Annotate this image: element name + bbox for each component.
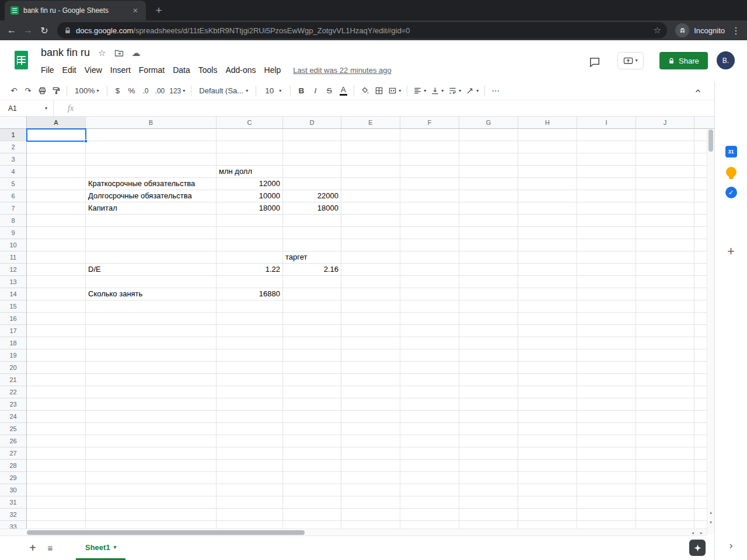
cell-A5[interactable] [27,178,86,190]
cell-H3[interactable] [518,153,577,166]
menu-file[interactable]: File [37,64,58,76]
cell-A31[interactable] [27,496,86,509]
cell-B24[interactable] [86,411,217,423]
cell-D31[interactable] [283,496,341,509]
cell-C16[interactable] [217,313,283,325]
cell-F25[interactable] [400,423,459,435]
borders-button[interactable] [372,84,386,98]
menu-view[interactable]: View [81,64,106,76]
cell-F7[interactable] [400,202,459,215]
cell-E12[interactable] [341,264,400,276]
cell-E15[interactable] [341,300,400,313]
menu-tools[interactable]: Tools [194,64,222,76]
strikethrough-button[interactable]: S [322,84,336,98]
browser-tab[interactable]: bank fin ru - Google Sheets × [5,1,146,20]
cell-I32[interactable] [577,509,636,521]
cell-G16[interactable] [459,313,518,325]
cell-C1[interactable] [217,129,283,141]
decrease-decimals-button[interactable]: .0 [139,84,153,98]
cell-B4[interactable] [86,166,217,178]
cell-H13[interactable] [518,276,577,288]
comment-history-icon[interactable] [587,55,602,70]
cell-J11[interactable] [636,251,694,264]
new-tab-button[interactable]: + [151,2,167,19]
row-header-31[interactable]: 31 [0,496,27,509]
cell-G25[interactable] [459,423,518,435]
cell-G22[interactable] [459,386,518,398]
cell-H16[interactable] [518,313,577,325]
column-header-b[interactable]: B [86,117,217,129]
cell-I10[interactable] [577,239,636,251]
cell-C10[interactable] [217,239,283,251]
cell-G21[interactable] [459,374,518,386]
cell-J21[interactable] [636,374,694,386]
cell-G10[interactable] [459,239,518,251]
cell-J32[interactable] [636,509,694,521]
cell-E24[interactable] [341,411,400,423]
cell-B18[interactable] [86,337,217,349]
cell-B32[interactable] [86,509,217,521]
cell-C26[interactable] [217,435,283,447]
cell-H7[interactable] [518,202,577,215]
cell-J19[interactable] [636,349,694,362]
cell-D29[interactable] [283,472,341,484]
cell-C6[interactable]: 10000 [217,190,283,202]
cell-E28[interactable] [341,460,400,472]
cell-C29[interactable] [217,472,283,484]
cell-B14[interactable]: Сколько занять [86,288,217,300]
cell-C20[interactable] [217,362,283,374]
row-header-1[interactable]: 1 [0,129,27,141]
cell-C27[interactable] [217,447,283,460]
print-button[interactable] [35,84,49,98]
menu-format[interactable]: Format [135,64,169,76]
cell-I26[interactable] [577,435,636,447]
cell-I29[interactable] [577,472,636,484]
cell-E1[interactable] [341,129,400,141]
cell-J2[interactable] [636,141,694,153]
font-size-dropdown[interactable]: 10▾ [260,84,287,98]
cell-D23[interactable] [283,398,341,411]
cell-H9[interactable] [518,227,577,239]
cell-D15[interactable] [283,300,341,313]
cell-I4[interactable] [577,166,636,178]
redo-button[interactable]: ↷ [21,84,35,98]
row-header-9[interactable]: 9 [0,227,27,239]
cell-G6[interactable] [459,190,518,202]
cell-I13[interactable] [577,276,636,288]
cell-H17[interactable] [518,325,577,337]
column-header-c[interactable]: C [217,117,283,129]
cell-D28[interactable] [283,460,341,472]
row-header-3[interactable]: 3 [0,153,27,166]
cell-I23[interactable] [577,398,636,411]
cell-F1[interactable] [400,129,459,141]
cell-E25[interactable] [341,423,400,435]
cell-J30[interactable] [636,484,694,496]
cell-A8[interactable] [27,215,86,227]
cell-G20[interactable] [459,362,518,374]
cell-B5[interactable]: Краткосрочные обязательства [86,178,217,190]
cell-C22[interactable] [217,386,283,398]
paint-format-button[interactable] [49,84,63,98]
cell-F12[interactable] [400,264,459,276]
cell-A24[interactable] [27,411,86,423]
cell-F16[interactable] [400,313,459,325]
cell-C13[interactable] [217,276,283,288]
cell-I8[interactable] [577,215,636,227]
column-header-e[interactable]: E [341,117,400,129]
cell-J8[interactable] [636,215,694,227]
cell-C28[interactable] [217,460,283,472]
format-currency-button[interactable]: $ [111,84,125,98]
cell-D27[interactable] [283,447,341,460]
cell-E9[interactable] [341,227,400,239]
cell-E8[interactable] [341,215,400,227]
text-rotation-dropdown[interactable]: ▾ [463,84,481,98]
cell-C17[interactable] [217,325,283,337]
cell-H28[interactable] [518,460,577,472]
cell-D32[interactable] [283,509,341,521]
cell-H5[interactable] [518,178,577,190]
cell-G31[interactable] [459,496,518,509]
cell-A7[interactable] [27,202,86,215]
cell-D14[interactable] [283,288,341,300]
number-format-dropdown[interactable]: 123▾ [167,84,187,98]
cell-I17[interactable] [577,325,636,337]
